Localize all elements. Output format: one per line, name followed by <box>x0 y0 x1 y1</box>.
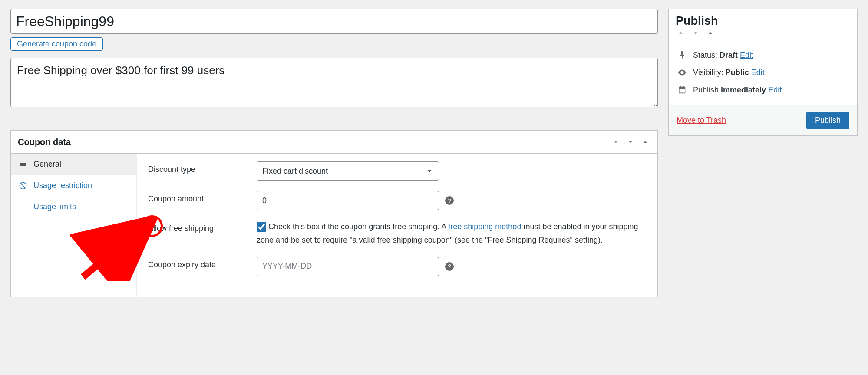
panel-move-up-icon[interactable] <box>611 137 621 147</box>
help-icon[interactable]: ? <box>445 262 454 271</box>
ticket-icon <box>19 160 27 169</box>
allow-free-shipping-help: Check this box if the coupon grants free… <box>257 222 638 244</box>
tab-label: General <box>33 160 61 169</box>
tab-usage-limits[interactable]: Usage limits <box>11 196 136 217</box>
schedule-line: Publish immediately Edit <box>693 86 782 95</box>
tab-label: Usage restriction <box>33 181 92 190</box>
calendar-icon <box>677 85 687 95</box>
panel-move-down-icon[interactable] <box>625 137 636 147</box>
coupon-amount-label: Coupon amount <box>148 191 248 204</box>
generate-coupon-button[interactable]: Generate coupon code <box>10 37 103 51</box>
coupon-expiry-label: Coupon expiry date <box>148 257 248 270</box>
no-entry-icon <box>19 181 27 190</box>
coupon-code-input[interactable] <box>10 9 658 34</box>
tab-label: Usage limits <box>33 202 76 211</box>
tab-general[interactable]: General <box>11 154 136 175</box>
pin-icon <box>677 50 687 60</box>
eye-icon <box>677 68 687 77</box>
coupon-description-textarea[interactable]: Free Shipping over $300 for first 99 use… <box>10 58 658 107</box>
panel-collapse-icon[interactable] <box>640 137 650 147</box>
coupon-data-title: Coupon data <box>18 137 71 147</box>
coupon-data-panel: Coupon data <box>10 130 658 297</box>
help-icon[interactable]: ? <box>445 196 454 205</box>
svg-line-1 <box>21 184 25 188</box>
allow-free-shipping-label: Allow free shipping <box>148 220 248 233</box>
discount-type-label: Discount type <box>148 161 248 174</box>
tab-usage-restriction[interactable]: Usage restriction <box>11 175 136 196</box>
coupon-amount-input[interactable] <box>257 191 439 210</box>
discount-type-select[interactable]: Fixed cart discount <box>257 161 439 181</box>
allow-free-shipping-checkbox[interactable] <box>257 222 266 232</box>
panel-move-up-icon[interactable] <box>676 28 686 38</box>
visibility-line: Visibility: Public Edit <box>693 68 765 77</box>
publish-panel: Publish <box>668 9 858 136</box>
free-shipping-method-link[interactable]: free shipping method <box>448 222 521 231</box>
edit-schedule-link[interactable]: Edit <box>768 86 782 94</box>
move-to-trash-link[interactable]: Move to Trash <box>677 116 726 125</box>
status-line: Status: Draft Edit <box>693 51 753 60</box>
publish-button[interactable]: Publish <box>806 112 849 129</box>
panel-collapse-icon[interactable] <box>705 28 716 38</box>
publish-title: Publish <box>676 14 850 28</box>
edit-visibility-link[interactable]: Edit <box>751 68 765 77</box>
edit-status-link[interactable]: Edit <box>740 51 753 59</box>
expand-icon <box>19 203 27 211</box>
panel-move-down-icon[interactable] <box>690 28 701 38</box>
coupon-expiry-input[interactable] <box>257 257 439 276</box>
